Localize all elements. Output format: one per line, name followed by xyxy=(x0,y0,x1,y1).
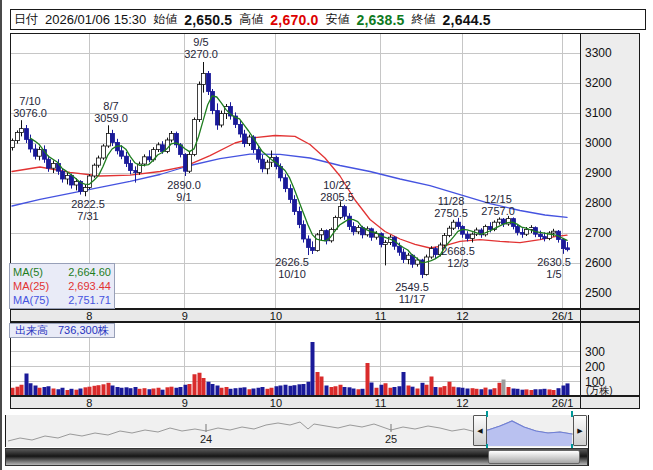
volume-unit-label: (万株) xyxy=(586,384,613,398)
ma25-value: 2,693.44 xyxy=(68,279,111,293)
ma75-line xyxy=(12,154,567,217)
ma75-label: MA(75) xyxy=(13,293,49,307)
left-arrow-icon: ◀ xyxy=(477,427,482,435)
ma5-label: MA(5) xyxy=(13,265,43,279)
volume-bars xyxy=(11,342,570,396)
right-arrow-icon: ▶ xyxy=(577,427,582,435)
navigator-left-handle-button[interactable]: ◀ xyxy=(473,415,487,446)
selection-tick-top-right xyxy=(571,411,573,417)
scrollbar-thumb[interactable] xyxy=(488,450,580,464)
ma5-row: MA(5) 2,664.60 xyxy=(13,265,111,279)
volume-legend-box: 出来高736,300株 xyxy=(9,323,115,338)
ma75-value: 2,751.71 xyxy=(68,293,111,307)
month-axis-strip-1 xyxy=(10,309,640,322)
volume-value: 736,300株 xyxy=(58,324,109,336)
ma25-label: MA(25) xyxy=(13,279,49,293)
ma5-line xyxy=(30,96,567,263)
selection-tick-top-left xyxy=(486,411,488,417)
volume-label: 出来高 xyxy=(15,324,48,336)
navigator-year-25: 25 xyxy=(385,433,397,445)
navigator-year-24: 24 xyxy=(200,433,212,445)
chart-canvas xyxy=(0,0,653,470)
ma75-row: MA(75) 2,751.71 xyxy=(13,293,111,307)
candlesticks xyxy=(11,62,570,278)
price-axis-panel xyxy=(580,33,640,309)
navigator-right-handle-button[interactable]: ▶ xyxy=(573,415,587,446)
horizontal-scrollbar[interactable] xyxy=(5,448,588,466)
ma25-row: MA(25) 2,693.44 xyxy=(13,279,111,293)
month-axis-strip-2 xyxy=(10,396,640,409)
stock-chart-window: 日付 2026/01/06 15:30 始値 2,650.5 高値 2,670.… xyxy=(0,0,653,470)
ma-legend-box: MA(5) 2,664.60 MA(25) 2,693.44 MA(75) 2,… xyxy=(9,263,115,309)
ma5-value: 2,664.60 xyxy=(68,265,111,279)
